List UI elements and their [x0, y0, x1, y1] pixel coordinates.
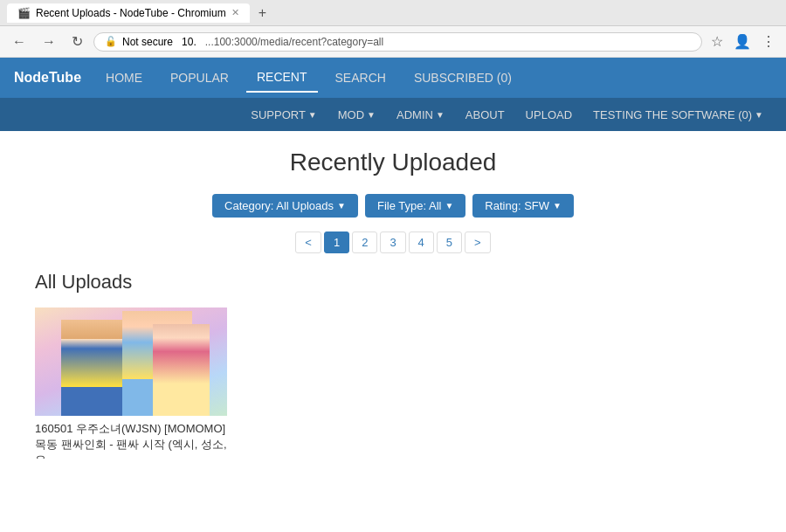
pagination: < 1 2 3 4 5 > [35, 231, 751, 253]
mod-dropdown[interactable]: MOD ▼ [329, 103, 384, 127]
browser-top-bar: 🎬 Recent Uploads - NodeTube - Chromium ✕… [0, 0, 786, 26]
tab-favicon: 🎬 [17, 7, 31, 19]
page-4[interactable]: 4 [409, 231, 434, 253]
nav-search[interactable]: SEARCH [325, 64, 396, 92]
security-label: Not secure [122, 36, 173, 48]
browser-tab[interactable]: 🎬 Recent Uploads - NodeTube - Chromium ✕ [7, 3, 250, 23]
page-prev[interactable]: < [295, 231, 321, 253]
tab-title: Recent Uploads - NodeTube - Chromium [36, 7, 226, 19]
filetype-filter-caret: ▼ [445, 201, 453, 211]
main-content: Recently Uploaded Category: All Uploads … [0, 131, 786, 459]
page-5[interactable]: 5 [437, 231, 462, 253]
admin-dropdown[interactable]: ADMIN ▼ [388, 103, 453, 127]
primary-nav: NodeTube HOME POPULAR RECENT SEARCH SUBS… [0, 58, 786, 98]
support-caret: ▼ [308, 110, 317, 120]
nav-subscribed[interactable]: SUBSCRIBED (0) [403, 64, 522, 92]
testing-dropdown[interactable]: TESTING THE SOFTWARE (0) ▼ [584, 103, 772, 127]
mod-caret: ▼ [367, 110, 376, 120]
bookmark-button[interactable]: ☆ [707, 31, 727, 52]
support-dropdown[interactable]: SUPPORT ▼ [242, 103, 326, 127]
video-info: 160501 우주소녀(WJSN) [MOMOMO] 목동 팬싸인회 - 팬싸 … [35, 416, 227, 459]
content-area: NodeTube HOME POPULAR RECENT SEARCH SUBS… [0, 58, 786, 459]
reload-button[interactable]: ↻ [66, 31, 88, 52]
about-link[interactable]: ABOUT [457, 103, 514, 127]
page-next[interactable]: > [465, 231, 491, 253]
upload-link[interactable]: UPLOAD [517, 103, 581, 127]
menu-button[interactable]: ⋮ [758, 31, 779, 52]
filetype-filter[interactable]: File Type: All ▼ [365, 194, 465, 218]
forward-button[interactable]: → [37, 32, 61, 52]
video-title: 160501 우주소녀(WJSN) [MOMOMO] 목동 팬싸인회 - 팬싸 … [35, 421, 227, 459]
url-text: ...100:3000/media/recent?category=all [205, 36, 383, 48]
new-tab-button[interactable]: + [255, 5, 270, 21]
ip-label: 10. [182, 36, 196, 48]
secondary-nav: SUPPORT ▼ MOD ▼ ADMIN ▼ ABOUT UPLOAD TES… [0, 98, 786, 131]
nav-brand: NodeTube [14, 70, 81, 86]
nav-recent[interactable]: RECENT [246, 63, 318, 93]
address-bar[interactable]: 🔓 Not secure 10. ...100:3000/media/recen… [93, 32, 702, 52]
category-filter-caret: ▼ [337, 201, 346, 211]
page-1[interactable]: 1 [324, 231, 349, 253]
rating-filter-caret: ▼ [553, 201, 562, 211]
video-card: 160501 우주소녀(WJSN) [MOMOMO] 목동 팬싸인회 - 팬싸 … [35, 307, 227, 459]
nav-popular[interactable]: POPULAR [160, 64, 239, 92]
back-button[interactable]: ← [7, 32, 31, 52]
profile-button[interactable]: 👤 [730, 31, 755, 52]
page-3[interactable]: 3 [380, 231, 405, 253]
video-thumbnail[interactable] [35, 307, 227, 416]
page-title: Recently Uploaded [35, 149, 751, 176]
browser-controls: ← → ↻ 🔓 Not secure 10. ...100:3000/media… [0, 26, 786, 58]
tab-close-button[interactable]: ✕ [231, 7, 239, 18]
thumb-person-left [61, 320, 122, 416]
testing-caret: ▼ [755, 110, 763, 120]
nav-home[interactable]: HOME [95, 64, 153, 92]
category-filter[interactable]: Category: All Uploads ▼ [212, 194, 358, 218]
security-icon: 🔓 [105, 36, 117, 47]
filter-bar: Category: All Uploads ▼ File Type: All ▼… [35, 194, 751, 218]
browser-actions: ☆ 👤 ⋮ [707, 31, 779, 52]
thumb-visual [35, 307, 227, 416]
rating-filter[interactable]: Rating: SFW ▼ [472, 194, 574, 218]
admin-caret: ▼ [436, 110, 445, 120]
section-title: All Uploads [35, 271, 751, 294]
page-2[interactable]: 2 [352, 231, 377, 253]
thumb-person-right [153, 324, 210, 416]
